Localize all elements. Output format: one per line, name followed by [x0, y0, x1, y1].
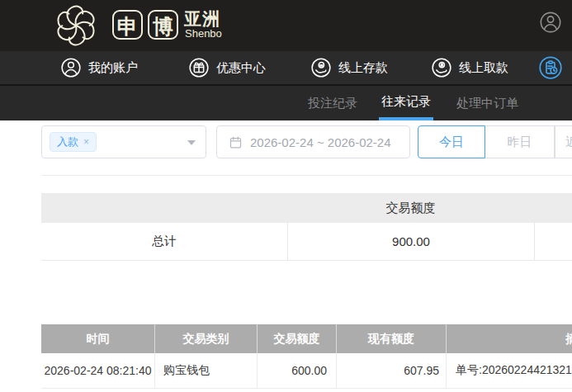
divider: [41, 175, 572, 176]
summary-total-row: 总计 900.00: [41, 223, 572, 261]
deposit-icon: [310, 57, 332, 78]
summary-total-label: 总计: [41, 223, 287, 260]
recent-days-button[interactable]: 近: [555, 125, 572, 158]
nav-item-my-account[interactable]: 我的账户: [60, 51, 138, 84]
selected-type-tag-label: 入款: [57, 135, 78, 149]
summary-header-row: 交易额度: [41, 193, 572, 223]
transaction-type-select[interactable]: 入款 ×: [41, 125, 206, 158]
records-header-balance: 现有额度: [337, 324, 447, 353]
summary-table: 交易额度 总计 900.00: [41, 193, 572, 261]
records-header-memo: 摘要: [447, 324, 572, 353]
date-range-value: 2026-02-24 ~ 2026-02-24: [250, 135, 391, 149]
calendar-icon: [229, 135, 243, 149]
selected-type-tag: 入款 ×: [50, 132, 97, 152]
tab-label: 处理中订单: [456, 96, 518, 111]
page: 申 博 亚洲 Shenbo 我的账户: [0, 0, 572, 392]
summary-total-empty: [534, 223, 572, 260]
brand-char-bo: 博: [148, 10, 178, 40]
topbar: 申 博 亚洲 Shenbo: [0, 0, 572, 51]
summary-header-empty: [41, 193, 287, 223]
records-icon: [538, 55, 563, 80]
date-range-picker[interactable]: 2026-02-24 ~ 2026-02-24: [216, 125, 410, 158]
nav-item-transaction-records[interactable]: [538, 51, 563, 84]
quick-date-buttons: 今日 昨日 近: [418, 125, 572, 158]
nav-item-label: 优惠中心: [216, 60, 266, 76]
nav-item-label: 线上存款: [338, 60, 388, 76]
records-header-amount: 交易额度: [258, 324, 337, 353]
brand-flower-icon: [52, 2, 100, 50]
summary-total-value: 900.00: [287, 223, 534, 260]
summary-header-empty-2: [534, 193, 572, 223]
brand-char-shen: 申: [112, 10, 143, 40]
user-icon: [60, 57, 82, 78]
today-button-label: 今日: [439, 135, 464, 150]
records-header-row: 时间 交易类别 交易额度 现有额度 摘要: [41, 324, 572, 353]
summary-header-amount: 交易额度: [287, 193, 534, 223]
nav-item-withdraw[interactable]: 线上取款: [431, 51, 508, 84]
nav-item-label: 我的账户: [88, 60, 138, 76]
tab-transaction-history[interactable]: 往来记录: [379, 86, 433, 120]
record-time-cell: 2026-02-24 08:21:40: [41, 353, 155, 388]
yesterday-button-label: 昨日: [508, 135, 532, 150]
record-balance-cell: 607.95: [337, 353, 447, 388]
record-type-cell: 购宝钱包: [155, 353, 258, 388]
brand-subtitle: Shenbo: [185, 27, 222, 40]
nav-item-deposit[interactable]: 线上存款: [310, 51, 388, 84]
tab-label: 投注纪录: [308, 96, 357, 111]
tag-close-icon[interactable]: ×: [83, 137, 89, 147]
main-navbar: 我的账户 优惠中心: [0, 51, 572, 86]
chevron-down-icon: [187, 140, 196, 145]
tab-betting-records[interactable]: 投注纪录: [305, 86, 360, 120]
records-tabbar: 投注纪录 往来记录 处理中订单: [0, 86, 572, 120]
recent-days-button-label: 近: [565, 135, 572, 150]
profile-icon[interactable]: [539, 11, 562, 34]
records-header-time: 时间: [41, 324, 155, 353]
records-header-type: 交易类别: [155, 324, 258, 353]
nav-item-label: 线上取款: [459, 60, 508, 76]
record-memo-cell: 单号:20260224421321: [447, 353, 572, 388]
today-button[interactable]: 今日: [418, 125, 485, 158]
tab-processing-orders[interactable]: 处理中订单: [454, 86, 521, 120]
record-amount-cell: 600.00: [258, 353, 337, 388]
gift-icon: [188, 57, 210, 78]
tab-label: 往来记录: [381, 94, 431, 110]
table-row: 2026-02-24 08:21:40 购宝钱包 600.00 607.95 单…: [41, 353, 572, 389]
withdraw-icon: [431, 57, 452, 78]
nav-item-promotions[interactable]: 优惠中心: [188, 51, 266, 84]
yesterday-button[interactable]: 昨日: [485, 125, 555, 158]
records-table: 时间 交易类别 交易额度 现有额度 摘要 2026-02-24 08:21:40…: [41, 324, 572, 389]
